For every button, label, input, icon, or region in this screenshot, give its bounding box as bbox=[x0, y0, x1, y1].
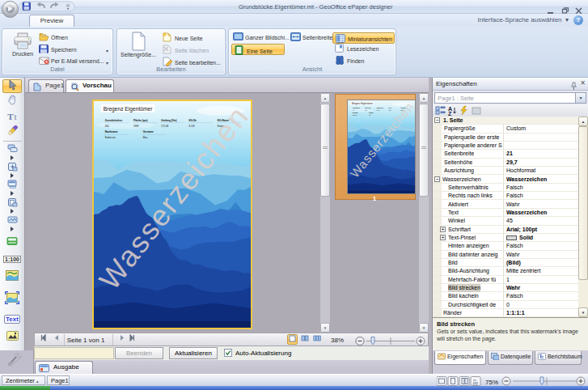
svg-text:8.118: 8.118 bbox=[388, 110, 391, 111]
svg-text:Bregenz Eigentümer: Bregenz Eigentümer bbox=[104, 106, 153, 112]
svg-text:Bodensee: Bodensee bbox=[353, 115, 357, 116]
svg-text:Vorname: Vorname bbox=[143, 130, 154, 134]
svg-text:400: 400 bbox=[353, 110, 354, 111]
svg-text:172.08: 172.08 bbox=[377, 110, 380, 111]
svg-text:Z: Z bbox=[448, 111, 452, 117]
svg-text:Grundstücksn.: Grundstücksn. bbox=[105, 119, 123, 122]
svg-text:1999: 1999 bbox=[365, 110, 367, 111]
svg-text:Fläche (qm): Fläche (qm) bbox=[133, 119, 147, 122]
svg-text:Bregenz Eigentümer: Bregenz Eigentümer bbox=[352, 102, 373, 105]
svg-text:75%: 75% bbox=[485, 379, 498, 386]
svg-text:Nachname: Nachname bbox=[105, 130, 118, 134]
svg-text:8.118: 8.118 bbox=[189, 125, 195, 128]
svg-text:Max: Max bbox=[143, 136, 148, 139]
svg-text:Bodensee: Bodensee bbox=[105, 136, 116, 139]
svg-text:Nachname: Nachname bbox=[353, 112, 358, 113]
svg-text:172.08: 172.08 bbox=[161, 125, 168, 128]
svg-text:Max: Max bbox=[369, 115, 371, 116]
svg-text:400: 400 bbox=[105, 125, 109, 128]
svg-text:1999: 1999 bbox=[133, 125, 139, 128]
svg-text:Fläche (qm): Fläche (qm) bbox=[365, 108, 371, 108]
svg-text:KG-Nr.: KG-Nr. bbox=[189, 119, 197, 122]
svg-text:Umfang (lfm): Umfang (lfm) bbox=[377, 108, 384, 108]
svg-text:Umfang (lfm): Umfang (lfm) bbox=[161, 119, 176, 122]
